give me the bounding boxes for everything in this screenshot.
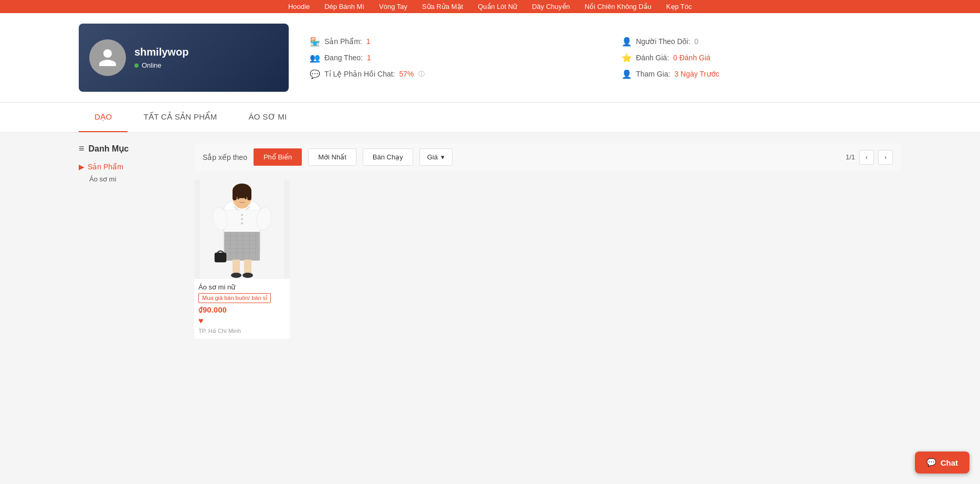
svg-rect-28 (233, 189, 237, 200)
product-info: Áo sơ mi nữ Mua giá bán buôn/ bán sỉ 90.… (194, 279, 290, 339)
online-dot (134, 63, 139, 68)
sidebar-title: ≡ Danh Mục (79, 143, 184, 154)
products-area: Sắp xếp theo Phổ Biến Mới Nhất Bán Chạy … (194, 143, 901, 384)
online-status: Online (134, 61, 188, 69)
product-image (194, 179, 290, 279)
user-icon (97, 47, 118, 68)
tabs-section: Dạo TẤT CẢ SẢN PHẨM Áo sơ mi (0, 103, 980, 133)
sidebar-category-ao-so-mi[interactable]: Áo sơ mi (79, 175, 184, 183)
category-parent-label: Sản Phẩm (88, 163, 123, 171)
dang-theo-label: Đang Theo: (324, 53, 363, 62)
prev-page-button[interactable]: ‹ (859, 150, 874, 165)
svg-point-4 (241, 214, 243, 216)
svg-point-6 (241, 222, 243, 224)
nguoi-theo-doi-value: 0 (694, 37, 699, 46)
list-icon: ≡ (79, 143, 85, 154)
sidebar-title-label: Danh Mục (89, 144, 129, 154)
top-nav-item[interactable]: Quần Lót Nữ (478, 3, 517, 10)
chevron-right-icon: ▶ (79, 163, 85, 171)
ti-le-value: 57% (399, 70, 414, 78)
product-heart[interactable]: ♥ (198, 316, 286, 326)
svg-point-24 (243, 273, 253, 278)
dang-theo-value: 1 (367, 53, 371, 62)
san-pham-label: Sản Phẩm: (324, 37, 362, 46)
product-price: 90.000 (198, 305, 286, 314)
top-nav-item[interactable]: Nồi Chiên Không Dầu (585, 3, 651, 10)
tham-gia-value: 3 Ngày Trước (675, 70, 720, 78)
profile-stats: 🏪 Sản Phẩm: 1 👤 Người Theo Dõi: 0 👥 Đang… (310, 37, 901, 79)
svg-rect-29 (247, 189, 251, 200)
top-nav-item[interactable]: Kẹp Tóc (666, 3, 692, 10)
svg-rect-25 (215, 253, 226, 262)
profile-section: shmilywop Online 🏪 Sản Phẩm: 1 👤 Người T… (0, 13, 980, 103)
top-nav: HoodieDép Bánh MìVòng TaySữa Rửa MặtQuần… (0, 0, 980, 13)
ti-le-label: Tỉ Lệ Phản Hồi Chat: (324, 70, 395, 78)
sort-pho-bien[interactable]: Phổ Biến (254, 148, 302, 166)
sort-bar: Sắp xếp theo Phổ Biến Mới Nhất Bán Chạy … (194, 143, 901, 171)
san-pham-value: 1 (366, 37, 371, 46)
next-page-button[interactable]: › (878, 150, 893, 165)
tab-dao[interactable]: Dạo (79, 103, 128, 132)
svg-point-30 (237, 197, 239, 199)
svg-point-23 (231, 273, 241, 278)
profile-info: shmilywop Online (134, 46, 188, 69)
chevron-down-icon: ▾ (441, 153, 445, 161)
sort-moi-nhat[interactable]: Mới Nhất (308, 148, 356, 166)
avatar (89, 39, 126, 76)
top-nav-item[interactable]: Dép Bánh Mì (324, 3, 364, 10)
profile-name: shmilywop (134, 46, 188, 58)
san-pham-stat: 🏪 Sản Phẩm: 1 (310, 37, 590, 47)
product-card[interactable]: Áo sơ mi nữ Mua giá bán buôn/ bán sỉ 90.… (194, 179, 290, 339)
sort-label: Sắp xếp theo (203, 153, 247, 162)
calendar-icon: 👤 (621, 69, 632, 79)
svg-point-5 (241, 218, 243, 220)
danh-gia-value: 0 Đánh Giá (673, 53, 711, 62)
ti-le-stat: 💬 Tỉ Lệ Phản Hồi Chat: 57% ⓘ (310, 69, 590, 79)
svg-rect-3 (224, 210, 260, 233)
sidebar: ≡ Danh Mục ▶ Sản Phẩm Áo sơ mi (79, 143, 184, 384)
danh-gia-stat: ⭐ Đánh Giá: 0 Đánh Giá (621, 53, 902, 63)
follower-icon: 👤 (621, 37, 632, 47)
tham-gia-label: Tham Gia: (636, 70, 670, 78)
sidebar-category-san-pham[interactable]: ▶ Sản Phẩm (79, 163, 184, 171)
top-nav-item[interactable]: Dây Chuyền (532, 3, 570, 10)
online-label: Online (142, 61, 162, 69)
tham-gia-stat: 👤 Tham Gia: 3 Ngày Trước (621, 69, 902, 79)
top-nav-item[interactable]: Sữa Rửa Mặt (422, 3, 463, 10)
info-icon: ⓘ (418, 70, 425, 79)
top-nav-item[interactable]: Vòng Tay (379, 3, 407, 10)
tab-ao-so-mi[interactable]: Áo sơ mi (233, 103, 302, 132)
sort-ban-chay[interactable]: Bán Chạy (363, 148, 413, 166)
star-icon: ⭐ (621, 53, 632, 63)
product-name: Áo sơ mi nữ (198, 283, 286, 291)
shop-icon: 🏪 (310, 37, 320, 47)
danh-gia-label: Đánh Giá: (636, 53, 669, 62)
nguoi-theo-doi-label: Người Theo Dõi: (636, 37, 690, 46)
product-location: TP. Hồ Chí Minh (198, 328, 286, 335)
chat-icon: 💬 (310, 69, 320, 79)
pagination: 1/1 ‹ › (846, 150, 893, 165)
svg-point-31 (245, 197, 247, 199)
product-tag: Mua giá bán buôn/ bán sỉ (198, 293, 271, 303)
nguoi-theo-doi-stat: 👤 Người Theo Dõi: 0 (621, 37, 902, 47)
top-nav-item[interactable]: Hoodie (288, 3, 310, 10)
tab-all-products[interactable]: TẤT CẢ SẢN PHẨM (128, 103, 233, 132)
price-label: Giá (427, 153, 438, 161)
main-content: ≡ Danh Mục ▶ Sản Phẩm Áo sơ mi Sắp xếp t… (0, 133, 980, 395)
product-grid: Áo sơ mi nữ Mua giá bán buôn/ bán sỉ 90.… (194, 179, 901, 339)
following-icon: 👥 (310, 53, 320, 63)
product-photo (200, 179, 284, 279)
price-dropdown[interactable]: Giá ▾ (419, 148, 452, 166)
dang-theo-stat: 👥 Đang Theo: 1 (310, 53, 590, 63)
page-info: 1/1 (846, 153, 855, 161)
profile-card: shmilywop Online (79, 24, 289, 92)
